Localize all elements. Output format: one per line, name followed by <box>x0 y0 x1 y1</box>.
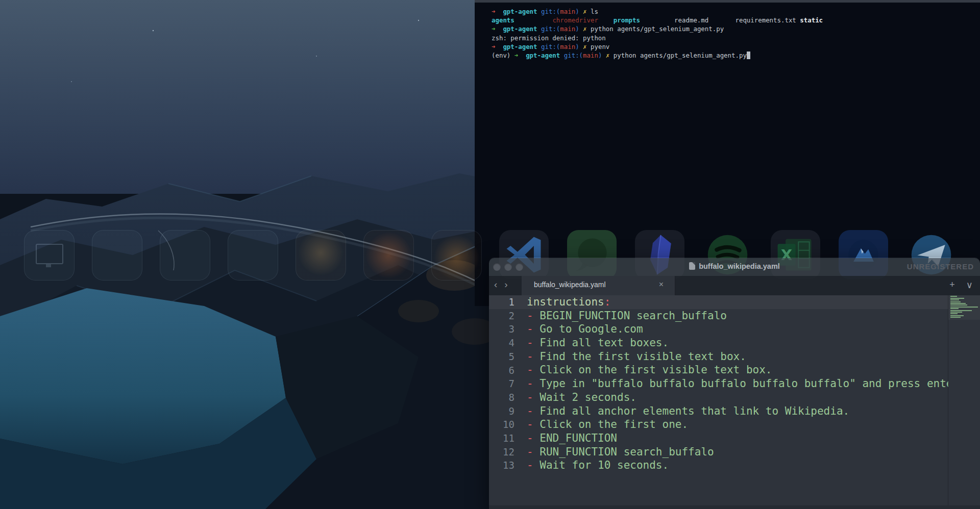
document-icon <box>689 262 695 270</box>
minimap-line <box>950 298 964 299</box>
editor-gutter: 12345678910111213 <box>489 295 514 472</box>
dock-icon-ghost-display[interactable] <box>24 230 75 281</box>
editor-tabbar: ‹ › buffalo_wikipedia.yaml × + ∨ <box>489 276 980 296</box>
editor-minimap[interactable] <box>948 295 980 505</box>
line-number: 7 <box>489 377 514 391</box>
code-line: instructions: <box>527 295 948 309</box>
minimap-line <box>950 315 964 316</box>
terminal-line: ➜ gpt-agent git:(main) ✗ python agents/g… <box>492 24 977 33</box>
minimap-line <box>950 307 978 308</box>
code-line: - Click on the first one. <box>527 418 948 431</box>
code-line: - END_FUNCTION <box>527 431 948 445</box>
code-line: - Find all text boxes. <box>527 336 948 350</box>
line-number: 9 <box>489 404 514 418</box>
minimap-line <box>950 317 961 318</box>
tab-buffalo-wikipedia-yaml[interactable]: buffalo_wikipedia.yaml × <box>522 276 675 295</box>
minimap-line <box>950 304 967 306</box>
nav-forward-icon[interactable]: › <box>504 279 507 290</box>
minimap-line <box>950 303 966 304</box>
dock-icon-ghost-tan[interactable] <box>296 230 346 281</box>
unregistered-badge: UNREGISTERED <box>907 262 974 271</box>
line-number: 6 <box>489 364 514 377</box>
line-number: 11 <box>489 431 514 445</box>
terminal-line: ➜ gpt-agent git:(main) ✗ ls <box>492 7 977 16</box>
line-number: 2 <box>489 309 514 323</box>
line-number: 8 <box>489 391 514 404</box>
tab-close-icon[interactable]: × <box>659 280 664 289</box>
code-line: - Wait for 10 seconds. <box>527 459 948 472</box>
line-number: 13 <box>489 459 514 472</box>
line-number: 5 <box>489 350 514 364</box>
editor-content[interactable]: 12345678910111213 instructions:- BEGIN_F… <box>489 295 980 505</box>
dock-icon-firefox[interactable] <box>363 230 414 281</box>
terminal-output[interactable]: ➜ gpt-agent git:(main) ✗ lsagents chrome… <box>475 3 980 60</box>
editor-titlebar[interactable]: buffalo_wikipedia.yaml UNREGISTERED <box>489 258 980 276</box>
minimap-line <box>950 310 972 311</box>
editor-status-strip <box>489 505 980 509</box>
minimap-line <box>950 301 961 302</box>
code-line: - Wait 2 seconds. <box>527 391 948 404</box>
dock-icon-ghost-2[interactable] <box>92 230 142 281</box>
line-number: 4 <box>489 336 514 350</box>
display-icon <box>36 244 63 264</box>
minimap-line <box>950 308 959 309</box>
terminal-line: ➜ gpt-agent git:(main) ✗ pyenv <box>492 42 977 51</box>
tab-label: buffalo_wikipedia.yaml <box>534 281 606 289</box>
code-line: - Go to Google.com <box>527 322 948 336</box>
code-line: - Find the first visible text box. <box>527 350 948 364</box>
line-number: 10 <box>489 418 514 431</box>
line-number: 3 <box>489 322 514 336</box>
dock-icon-ghost-3[interactable] <box>160 230 210 281</box>
terminal-line: (env) ➜ gpt-agent git:(main) ✗ python ag… <box>492 51 977 60</box>
editor-window: buffalo_wikipedia.yaml UNREGISTERED ‹ › … <box>489 258 980 509</box>
minimap-line <box>950 312 962 313</box>
tab-overflow-button[interactable]: ∨ <box>966 279 973 291</box>
new-tab-button[interactable]: + <box>949 279 955 291</box>
minimap-line <box>950 296 957 297</box>
dock-icon-ghost-4[interactable] <box>228 230 278 281</box>
code-line: - Find all anchor elements that link to … <box>527 404 948 418</box>
line-number: 12 <box>489 445 514 459</box>
code-line: - RUN_FUNCTION search_buffalo <box>527 445 948 459</box>
terminal-line: agents chromedriver prompts readme.md re… <box>492 16 977 24</box>
code-line: - Type in "buffalo buffalo buffalo buffa… <box>527 377 948 391</box>
terminal-line: zsh: permission denied: python <box>492 34 977 42</box>
minimap-line <box>950 299 959 300</box>
editor-code[interactable]: instructions:- BEGIN_FUNCTION search_buf… <box>527 295 948 472</box>
dock-icon-amber[interactable] <box>431 230 482 281</box>
minimap-line <box>950 313 958 314</box>
code-line: - BEGIN_FUNCTION search_buffalo <box>527 309 948 323</box>
window-title-text: buffalo_wikipedia.yaml <box>699 262 780 270</box>
code-line: - Click on the first visible text box. <box>527 363 948 377</box>
line-number: 1 <box>489 295 514 309</box>
window-title: buffalo_wikipedia.yaml <box>489 262 980 270</box>
nav-back-icon[interactable]: ‹ <box>494 279 497 290</box>
